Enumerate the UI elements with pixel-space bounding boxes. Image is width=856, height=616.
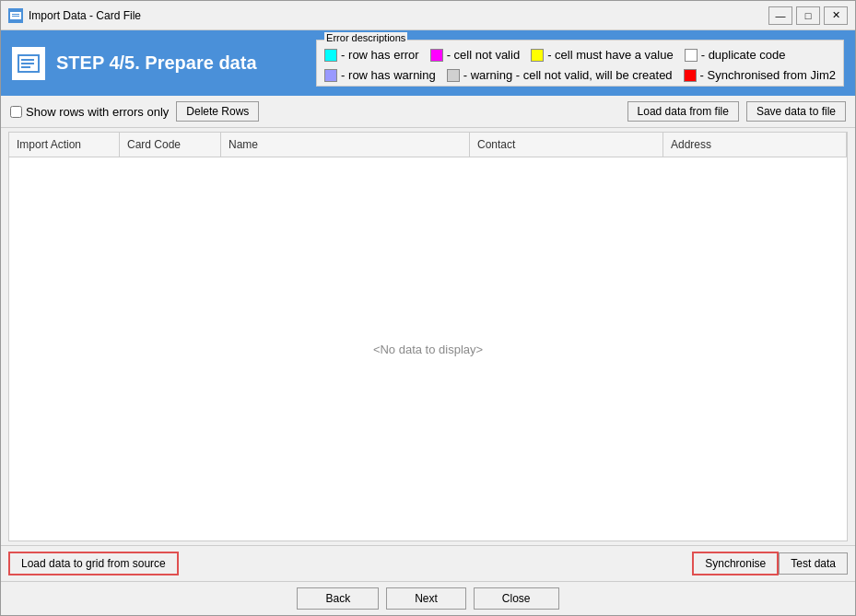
cell-invalid-color: [430, 49, 443, 62]
step-header: STEP 4/5. Prepare data Error description…: [1, 30, 855, 96]
svg-rect-2: [12, 14, 19, 15]
legend-row-error: - row has error: [324, 48, 419, 62]
show-errors-label: Show rows with errors only: [26, 105, 169, 119]
legend-synchronised: - Synchronised from Jim2: [684, 68, 836, 82]
legend-title: Error descriptions: [324, 32, 407, 43]
load-from-file-button[interactable]: Load data from file: [627, 101, 739, 122]
synchronised-label: - Synchronised from Jim2: [700, 68, 836, 82]
main-toolbar: Show rows with errors only Delete Rows L…: [1, 96, 855, 128]
col-header-address: Address: [663, 133, 847, 157]
col-header-name: Name: [221, 133, 470, 157]
nav-bar: Back Next Close: [1, 581, 855, 615]
save-to-file-button[interactable]: Save data to file: [746, 101, 846, 122]
show-errors-checkbox-label[interactable]: Show rows with errors only: [10, 105, 169, 119]
window-title: Import Data - Card File: [29, 9, 768, 22]
col-header-card-code: Card Code: [120, 133, 221, 157]
row-error-color: [324, 49, 337, 62]
synchronised-color: [684, 69, 697, 82]
step-icon: [12, 47, 45, 80]
cell-must-value-label: - cell must have a value: [547, 48, 674, 62]
col-header-contact: Contact: [470, 133, 663, 157]
svg-rect-6: [21, 59, 34, 61]
no-data-label: <No data to display>: [373, 343, 483, 356]
row-warning-color: [324, 69, 337, 82]
maximize-button[interactable]: □: [796, 6, 820, 25]
col-header-import-action: Import Action: [9, 133, 120, 157]
duplicate-code-label: - duplicate code: [701, 48, 786, 62]
legend-warning-cell-not-valid: - warning - cell not valid, will be crea…: [447, 68, 673, 82]
legend-cell-must-have-value: - cell must have a value: [531, 48, 674, 62]
legend-row-2: - row has warning - warning - cell not v…: [324, 68, 836, 82]
cell-must-value-color: [531, 49, 544, 62]
svg-rect-7: [21, 63, 34, 64]
show-errors-checkbox[interactable]: [10, 106, 22, 118]
title-bar: Import Data - Card File — □ ✕: [1, 1, 855, 30]
step-title: STEP 4/5. Prepare data: [56, 52, 305, 74]
cell-invalid-label: - cell not valid: [447, 48, 520, 62]
minimize-button[interactable]: —: [768, 6, 792, 25]
error-legend-box: Error descriptions - row has error - cel…: [316, 40, 844, 87]
back-button[interactable]: Back: [297, 587, 379, 610]
data-grid: Import Action Card Code Name Contact Add…: [8, 132, 848, 541]
test-data-button[interactable]: Test data: [779, 552, 848, 575]
duplicate-code-color: [685, 49, 698, 62]
synchronise-button[interactable]: Synchronise: [692, 552, 779, 575]
legend-row-1: - row has error - cell not valid - cell …: [324, 48, 836, 62]
legend-cell-invalid: - cell not valid: [430, 48, 520, 62]
close-button[interactable]: Close: [474, 587, 559, 610]
row-warning-label: - row has warning: [341, 68, 436, 82]
app-icon: [8, 8, 23, 23]
grid-header-row: Import Action Card Code Name Contact Add…: [9, 133, 847, 157]
warning-cell-color: [447, 69, 460, 82]
delete-rows-button[interactable]: Delete Rows: [176, 101, 259, 122]
window-controls: — □ ✕: [768, 6, 848, 25]
svg-rect-8: [21, 66, 30, 68]
legend-duplicate-code: - duplicate code: [685, 48, 786, 62]
warning-cell-label: - warning - cell not valid, will be crea…: [463, 68, 673, 82]
grid-empty-message: <No data to display>: [9, 157, 847, 540]
svg-rect-3: [12, 16, 19, 17]
row-error-label: - row has error: [341, 48, 419, 62]
main-window: Import Data - Card File — □ ✕ STEP 4/5. …: [0, 0, 856, 616]
legend-row-warning: - row has warning: [324, 68, 436, 82]
bottom-toolbar: Load data to grid from source Synchronis…: [1, 545, 855, 581]
next-button[interactable]: Next: [386, 587, 466, 610]
load-grid-button[interactable]: Load data to grid from source: [8, 552, 179, 575]
close-window-button[interactable]: ✕: [824, 6, 848, 25]
